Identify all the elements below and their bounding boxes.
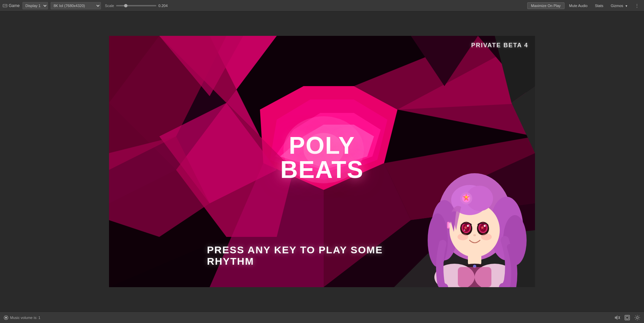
settings-status-icon[interactable] [634, 314, 641, 321]
svg-point-48 [465, 196, 467, 198]
viewport-container: PRIVATE BETA 4 POLY BEATS PRESS ANY KEY … [0, 11, 644, 312]
gizmos-button[interactable]: Gizmos ▼ [608, 3, 631, 9]
display-dropdown[interactable]: Display 1 [22, 2, 48, 9]
character-svg [418, 173, 532, 287]
svg-point-61 [458, 234, 468, 240]
scale-container: Scale 0.204 [104, 4, 168, 8]
svg-rect-70 [448, 223, 450, 228]
svg-rect-0 [3, 4, 7, 7]
game-tab-icon [3, 3, 7, 8]
svg-rect-3 [6, 5, 6, 6]
scale-value: 0.204 [158, 4, 168, 8]
toolbar-right: Maximize On Play Mute Audio Stats Gizmos… [527, 2, 641, 9]
game-title-line2: BEATS [280, 157, 364, 182]
stats-button[interactable]: Stats [592, 3, 606, 9]
statusbar: Music volume is: 1 [0, 312, 644, 323]
scale-label: Scale [105, 4, 114, 8]
scale-slider-thumb [124, 4, 127, 7]
layer-status-icon[interactable] [624, 314, 631, 321]
music-volume-text: Music volume is: 1 [10, 316, 40, 320]
toolbar-left: Game Display 1 8K IoI (7680x4320) Scale … [3, 2, 527, 9]
svg-point-1 [4, 5, 5, 6]
music-status: Music volume is: 1 [3, 315, 40, 320]
svg-point-54 [464, 230, 465, 231]
mute-status-icon[interactable] [614, 314, 621, 321]
resolution-dropdown[interactable]: 8K IoI (7680x4320) [51, 2, 101, 9]
svg-point-78 [636, 317, 638, 319]
scale-slider[interactable] [116, 5, 156, 6]
statusbar-right [614, 314, 641, 321]
press-any-key-label: PRESS ANY KEY TO PLAY SOME RHYTHM [207, 244, 420, 267]
game-title-line1: POLY [280, 133, 364, 157]
music-icon [3, 315, 9, 320]
svg-point-72 [5, 317, 7, 319]
svg-rect-77 [626, 316, 629, 319]
toolbar: Game Display 1 8K IoI (7680x4320) Scale … [0, 0, 644, 11]
game-tab-label: Game [9, 3, 20, 8]
game-tab[interactable]: Game [3, 3, 20, 8]
more-options-button[interactable]: ⋮ [633, 2, 641, 9]
mute-audio-button[interactable]: Mute Audio [567, 3, 590, 9]
svg-rect-76 [625, 315, 630, 320]
svg-point-53 [467, 225, 469, 227]
svg-point-60 [473, 234, 476, 236]
svg-point-59 [484, 225, 486, 227]
svg-rect-63 [468, 254, 481, 265]
game-canvas[interactable]: PRIVATE BETA 4 POLY BEATS PRESS ANY KEY … [109, 36, 535, 287]
svg-marker-73 [615, 315, 618, 320]
game-title: POLY BEATS [280, 133, 364, 182]
svg-rect-68 [458, 267, 491, 287]
private-beta-label: PRIVATE BETA 4 [471, 42, 528, 49]
maximize-on-play-button[interactable]: Maximize On Play [527, 2, 565, 9]
svg-point-62 [481, 234, 492, 240]
character-sprite [418, 173, 532, 287]
